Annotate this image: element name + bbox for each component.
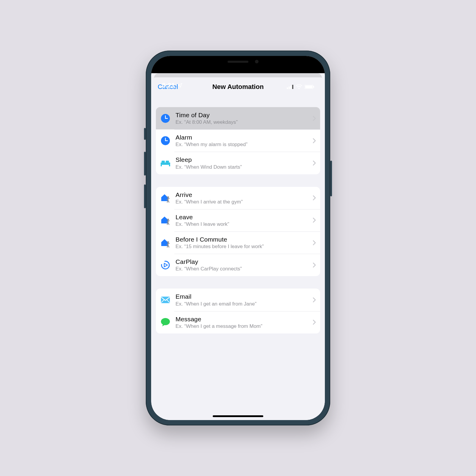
row-alarm[interactable]: Alarm Ex. “When my alarm is stopped” (156, 129, 320, 152)
chevron-right-icon (313, 160, 316, 166)
house-person-icon (160, 193, 171, 203)
row-title: CarPlay (176, 258, 308, 265)
mail-icon (160, 296, 171, 303)
notch (201, 56, 275, 67)
svg-rect-3 (292, 85, 293, 89)
row-title: Email (176, 293, 308, 300)
cell-signal-icon (287, 85, 293, 89)
clock-icon (160, 136, 171, 145)
row-before-commute[interactable]: Before I Commute Ex. “15 minutes before … (156, 231, 320, 254)
screen: 3:21 (151, 56, 325, 420)
carplay-icon (160, 260, 171, 270)
group-location: Arrive Ex. “When I arrive at the gym” (156, 187, 320, 276)
row-subtitle: Ex. “When my alarm is stopped” (176, 142, 308, 148)
row-email[interactable]: Email Ex. “When I get an email from Jane… (156, 289, 320, 311)
battery-icon (305, 85, 314, 89)
chevron-right-icon (313, 195, 316, 201)
svg-rect-14 (166, 161, 169, 162)
wifi-icon (296, 84, 302, 89)
house-person-icon (160, 215, 171, 225)
chevron-right-icon (313, 240, 316, 245)
row-subtitle: Ex. “When CarPlay connects” (176, 266, 308, 272)
row-subtitle: Ex. “When I leave work” (176, 221, 308, 227)
phone-screen-bezel: 3:21 (151, 56, 325, 420)
bed-icon (160, 159, 171, 167)
svg-rect-10 (161, 162, 170, 165)
svg-rect-6 (305, 85, 312, 88)
clock-icon (160, 114, 171, 123)
row-title: Leave (176, 213, 308, 221)
row-time-of-day[interactable]: Time of Day Ex. “At 8:00 AM, weekdays” (156, 107, 320, 129)
row-subtitle: Ex. “When Wind Down starts” (176, 164, 308, 170)
group-communication: Email Ex. “When I get an email from Jane… (156, 289, 320, 333)
row-subtitle: Ex. “When I arrive at the gym” (176, 199, 308, 205)
svg-rect-12 (169, 165, 170, 166)
row-title: Message (176, 315, 308, 323)
row-subtitle: Ex. “At 8:00 AM, weekdays” (176, 119, 308, 125)
row-message[interactable]: Message Ex. “When I get a message from M… (156, 311, 320, 333)
phone-frame: 3:21 (146, 51, 330, 425)
svg-rect-0 (287, 87, 288, 89)
svg-rect-11 (161, 165, 162, 166)
svg-point-18 (161, 260, 170, 270)
row-subtitle: Ex. “When I get a message from Mom” (176, 323, 308, 329)
message-icon (160, 318, 171, 327)
row-sleep[interactable]: Sleep Ex. “When Wind Down starts” (156, 152, 320, 174)
row-carplay[interactable]: CarPlay Ex. “When CarPlay connects” (156, 254, 320, 276)
chevron-right-icon (313, 138, 316, 143)
status-bar: 3:21 (151, 73, 325, 90)
home-indicator[interactable] (213, 415, 263, 417)
row-title: Sleep (176, 156, 308, 163)
content-area: Time of Day Ex. “At 8:00 AM, weekdays” (151, 96, 325, 358)
chevron-right-icon (313, 116, 316, 121)
chevron-right-icon (313, 217, 316, 223)
modal-sheet: Cancel New Automation Time of Day Ex. “A… (151, 77, 325, 420)
status-time: 3:21 (162, 82, 175, 89)
house-person-icon (160, 238, 171, 248)
chevron-right-icon (313, 320, 316, 325)
svg-rect-1 (289, 87, 290, 89)
svg-rect-13 (162, 161, 165, 162)
row-title: Alarm (176, 134, 308, 141)
group-time: Time of Day Ex. “At 8:00 AM, weekdays” (156, 107, 320, 174)
chevron-right-icon (313, 297, 316, 303)
row-title: Time of Day (176, 111, 308, 119)
svg-rect-2 (290, 86, 292, 89)
svg-point-4 (298, 88, 300, 89)
row-leave[interactable]: Leave Ex. “When I leave work” (156, 209, 320, 231)
svg-rect-7 (313, 86, 314, 88)
row-subtitle: Ex. “15 minutes before I leave for work” (176, 244, 308, 250)
row-title: Before I Commute (176, 236, 308, 243)
svg-point-20 (161, 318, 170, 325)
row-arrive[interactable]: Arrive Ex. “When I arrive at the gym” (156, 187, 320, 209)
row-title: Arrive (176, 191, 308, 198)
location-icon (177, 83, 183, 88)
chevron-right-icon (313, 262, 316, 268)
row-subtitle: Ex. “When I get an email from Jane” (176, 301, 308, 307)
